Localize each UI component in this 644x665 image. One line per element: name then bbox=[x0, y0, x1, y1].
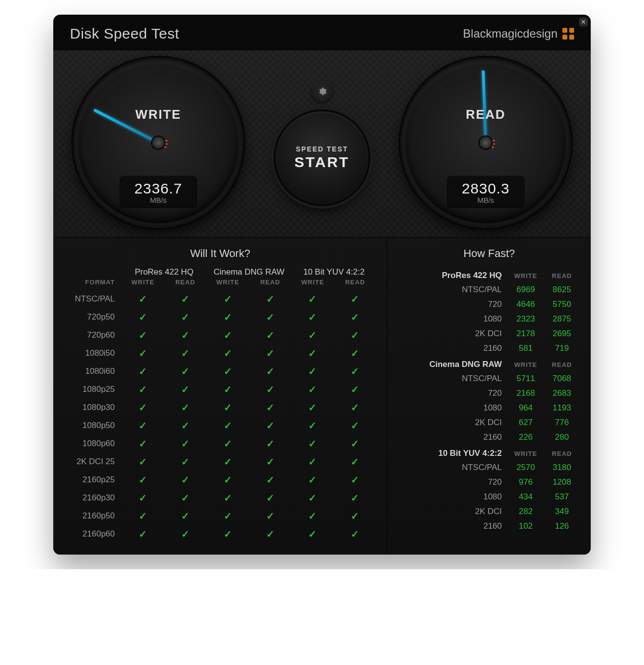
check-cell: ✓ bbox=[207, 416, 249, 434]
check-icon: ✓ bbox=[139, 402, 147, 413]
table-row: 1080i50✓✓✓✓✓✓ bbox=[64, 344, 376, 362]
check-icon: ✓ bbox=[351, 493, 359, 503]
check-icon: ✓ bbox=[181, 330, 190, 341]
check-cell: ✓ bbox=[207, 398, 249, 416]
check-cell: ✓ bbox=[164, 398, 207, 416]
check-icon: ✓ bbox=[139, 366, 147, 377]
write-gauge-label: WRITE bbox=[73, 107, 244, 122]
format-header: FORMAT bbox=[64, 278, 122, 290]
check-cell: ✓ bbox=[207, 434, 249, 452]
check-icon: ✓ bbox=[224, 312, 232, 322]
hf-format-label: 720 bbox=[398, 297, 508, 312]
check-cell: ✓ bbox=[164, 290, 207, 308]
check-icon: ✓ bbox=[139, 330, 147, 341]
check-icon: ✓ bbox=[308, 511, 317, 521]
check-cell: ✓ bbox=[249, 525, 292, 543]
check-icon: ✓ bbox=[308, 312, 317, 322]
write-gauge: WRITE 2336.7 MB/s bbox=[73, 57, 244, 228]
how-fast-table: ProRes 422 HQWRITEREADNTSC/PAL6969862572… bbox=[398, 267, 580, 534]
check-icon: ✓ bbox=[224, 456, 232, 467]
check-cell: ✓ bbox=[122, 290, 164, 308]
check-cell: ✓ bbox=[164, 344, 207, 362]
check-icon: ✓ bbox=[308, 420, 317, 431]
table-row: 2K DCI 25✓✓✓✓✓✓ bbox=[64, 452, 376, 471]
hf-write-value: 6969 bbox=[508, 282, 544, 297]
start-button-subtitle: SPEED TEST bbox=[296, 145, 348, 153]
app-window: ✕ Disk Speed Test Blackmagicdesign WRITE… bbox=[53, 15, 591, 555]
check-icon: ✓ bbox=[139, 529, 147, 539]
check-cell: ✓ bbox=[207, 452, 249, 471]
hf-format-label: 2160 bbox=[398, 430, 508, 445]
check-cell: ✓ bbox=[334, 525, 376, 543]
wiw-body: NTSC/PAL✓✓✓✓✓✓720p50✓✓✓✓✓✓720p60✓✓✓✓✓✓10… bbox=[64, 290, 376, 543]
check-cell: ✓ bbox=[207, 290, 249, 308]
check-cell: ✓ bbox=[249, 471, 292, 489]
check-cell: ✓ bbox=[164, 326, 207, 344]
read-header: READ bbox=[544, 356, 580, 371]
check-cell: ✓ bbox=[122, 507, 164, 525]
hf-write-value: 102 bbox=[508, 519, 544, 534]
check-cell: ✓ bbox=[334, 344, 376, 362]
check-cell: ✓ bbox=[249, 398, 292, 416]
hf-codec-header: Cinema DNG RAW bbox=[398, 356, 508, 371]
check-icon: ✓ bbox=[181, 348, 190, 359]
hf-format-label: 720 bbox=[398, 475, 508, 490]
check-icon: ✓ bbox=[266, 438, 275, 449]
hf-read-value: 280 bbox=[544, 430, 580, 445]
check-cell: ✓ bbox=[164, 380, 207, 398]
hf-write-value: 581 bbox=[508, 341, 544, 356]
check-icon: ✓ bbox=[351, 330, 359, 341]
write-value: 2336.7 bbox=[120, 180, 196, 197]
check-cell: ✓ bbox=[292, 326, 334, 344]
format-label: 1080i60 bbox=[64, 362, 122, 380]
check-icon: ✓ bbox=[266, 348, 275, 359]
check-cell: ✓ bbox=[122, 525, 164, 543]
close-icon[interactable]: ✕ bbox=[579, 18, 588, 26]
check-icon: ✓ bbox=[139, 294, 147, 304]
read-header: READ bbox=[544, 445, 580, 460]
start-button[interactable]: SPEED TEST START bbox=[276, 111, 368, 204]
check-cell: ✓ bbox=[164, 308, 207, 326]
hf-write-value: 976 bbox=[508, 475, 544, 490]
settings-button[interactable] bbox=[312, 81, 332, 102]
check-cell: ✓ bbox=[207, 489, 249, 507]
write-header: WRITE bbox=[292, 278, 334, 290]
check-cell: ✓ bbox=[292, 398, 334, 416]
check-icon: ✓ bbox=[308, 402, 317, 413]
hf-read-value: 2683 bbox=[544, 386, 580, 401]
check-icon: ✓ bbox=[351, 348, 359, 359]
format-label: 1080p30 bbox=[64, 398, 122, 416]
check-icon: ✓ bbox=[181, 366, 190, 377]
hf-read-value: 5750 bbox=[544, 297, 580, 312]
check-cell: ✓ bbox=[249, 380, 292, 398]
codec-header: 10 Bit YUV 4:2:2 bbox=[292, 267, 377, 278]
titlebar: Disk Speed Test Blackmagicdesign bbox=[53, 15, 591, 50]
write-header: WRITE bbox=[508, 356, 544, 371]
hf-read-value: 719 bbox=[544, 341, 580, 356]
check-icon: ✓ bbox=[351, 438, 359, 449]
table-row: 720p60✓✓✓✓✓✓ bbox=[64, 326, 376, 344]
check-cell: ✓ bbox=[122, 471, 164, 489]
check-icon: ✓ bbox=[224, 384, 232, 395]
check-cell: ✓ bbox=[334, 489, 376, 507]
check-cell: ✓ bbox=[292, 434, 334, 452]
check-cell: ✓ bbox=[249, 308, 292, 326]
will-it-work-title: Will It Work? bbox=[64, 247, 376, 260]
gauge-area: WRITE 2336.7 MB/s SPEED TEST START READ … bbox=[53, 50, 591, 237]
check-icon: ✓ bbox=[224, 330, 232, 341]
check-cell: ✓ bbox=[122, 326, 164, 344]
table-row: 2160226280 bbox=[398, 430, 580, 445]
check-icon: ✓ bbox=[139, 348, 147, 359]
how-fast-panel: How Fast? ProRes 422 HQWRITEREADNTSC/PAL… bbox=[387, 237, 591, 555]
check-icon: ✓ bbox=[139, 474, 147, 485]
check-cell: ✓ bbox=[292, 507, 334, 525]
hf-read-value: 126 bbox=[544, 519, 580, 534]
check-icon: ✓ bbox=[351, 529, 359, 539]
check-cell: ✓ bbox=[334, 507, 376, 525]
hf-format-label: 2160 bbox=[398, 519, 508, 534]
check-cell: ✓ bbox=[292, 525, 334, 543]
check-cell: ✓ bbox=[164, 471, 207, 489]
format-label: 2160p50 bbox=[64, 507, 122, 525]
table-row: 2160102126 bbox=[398, 519, 580, 534]
hf-read-value: 2875 bbox=[544, 312, 580, 326]
